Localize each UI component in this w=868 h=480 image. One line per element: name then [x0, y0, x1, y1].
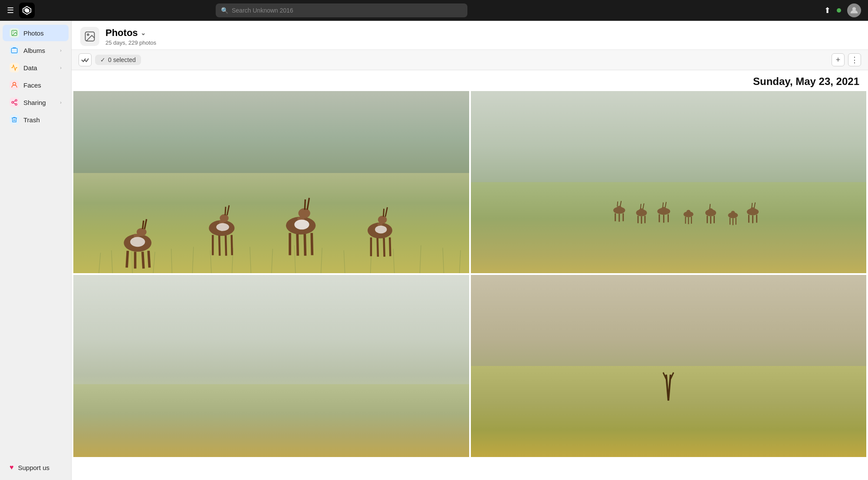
svg-line-51: [225, 207, 226, 215]
svg-point-45: [220, 214, 229, 222]
svg-line-30: [420, 245, 421, 273]
trash-icon: [10, 115, 19, 124]
content-area: Photos ⌄ 25 days, 229 photos ✓ 0 selecte…: [72, 21, 868, 480]
svg-line-78: [617, 202, 618, 206]
sidebar-item-data[interactable]: Data ›: [3, 59, 69, 76]
svg-point-50: [216, 223, 229, 231]
sidebar-label-faces: Faces: [23, 82, 41, 89]
data-icon: [10, 63, 19, 72]
content-header-icon: [80, 27, 99, 46]
add-button[interactable]: +: [832, 53, 845, 66]
svg-point-40: [130, 237, 145, 247]
selected-badge[interactable]: ✓ 0 selected: [95, 55, 141, 65]
svg-line-47: [219, 235, 220, 256]
svg-line-27: [344, 250, 345, 273]
svg-line-58: [305, 234, 305, 256]
content-subtitle: 25 days, 229 photos: [105, 39, 156, 46]
sidebar-label-albums: Albums: [23, 47, 45, 54]
sidebar: Photos Albums › Data › Faces: [0, 21, 72, 480]
svg-line-115: [752, 203, 752, 208]
svg-line-52: [227, 205, 229, 215]
sidebar-label-sharing: Sharing: [23, 99, 46, 106]
svg-line-61: [305, 199, 305, 210]
svg-line-62: [307, 198, 309, 209]
selected-count: 0 selected: [108, 56, 136, 63]
sidebar-item-sharing[interactable]: Sharing ›: [3, 94, 69, 111]
svg-line-67: [378, 238, 378, 257]
faces-icon: [10, 80, 19, 90]
svg-point-13: [87, 34, 89, 36]
albums-icon: [10, 46, 19, 55]
photo-grid-container: Sunday, May 23, 2021: [72, 70, 868, 480]
svg-line-32: [459, 250, 460, 273]
svg-line-25: [294, 245, 296, 273]
search-bar[interactable]: 🔍: [216, 3, 467, 17]
sidebar-support[interactable]: ♥ Support us: [3, 460, 69, 475]
topbar: ☰ 🔍 ⬆: [0, 0, 868, 21]
sidebar-label-photos: Photos: [23, 29, 44, 37]
sidebar-item-albums[interactable]: Albums ›: [3, 42, 69, 59]
svg-point-100: [708, 209, 713, 212]
photo-cell-3[interactable]: [73, 275, 469, 457]
sidebar-item-photos[interactable]: Photos: [3, 25, 69, 41]
svg-point-95: [686, 210, 690, 214]
photo-cell-1[interactable]: [73, 91, 469, 273]
svg-line-71: [383, 209, 384, 216]
svg-line-42: [145, 219, 147, 229]
svg-line-16: [112, 250, 113, 273]
more-options-button[interactable]: ⋮: [848, 53, 861, 66]
svg-line-24: [271, 249, 273, 273]
menu-icon[interactable]: ☰: [7, 6, 14, 15]
svg-point-7: [15, 99, 17, 101]
svg-line-79: [620, 201, 621, 206]
online-status-dot: [837, 8, 841, 13]
svg-line-10: [13, 103, 16, 104]
svg-line-48: [226, 235, 226, 256]
avatar[interactable]: [847, 3, 861, 17]
upload-icon[interactable]: ⬆: [824, 6, 831, 15]
main-layout: Photos Albums › Data › Faces: [0, 21, 868, 480]
svg-line-57: [297, 234, 298, 256]
svg-line-21: [210, 250, 212, 273]
sidebar-support-label: Support us: [18, 464, 50, 471]
search-input[interactable]: [232, 7, 462, 14]
app-logo[interactable]: [19, 3, 35, 18]
svg-line-104: [710, 204, 710, 209]
svg-line-15: [98, 253, 101, 273]
content-header: Photos ⌄ 25 days, 229 photos: [72, 21, 868, 50]
svg-point-4: [13, 32, 14, 33]
svg-point-88: [661, 207, 666, 211]
svg-point-106: [731, 211, 735, 215]
svg-line-68: [384, 238, 385, 257]
sidebar-item-faces[interactable]: Faces: [3, 77, 69, 93]
svg-line-116: [754, 202, 755, 208]
svg-line-20: [192, 247, 193, 273]
photo-grid: [72, 91, 868, 457]
svg-line-11: [13, 101, 16, 102]
svg-point-60: [294, 220, 309, 230]
svg-line-41: [143, 221, 144, 229]
svg-line-19: [171, 249, 172, 273]
svg-line-85: [640, 204, 641, 209]
checkmark-icon: ✓: [100, 56, 105, 63]
photo-cell-2[interactable]: [471, 91, 867, 273]
svg-line-86: [643, 203, 644, 209]
svg-line-26: [321, 248, 322, 273]
sharing-chevron: ›: [60, 100, 62, 105]
title-dropdown-icon[interactable]: ⌄: [141, 29, 146, 36]
svg-point-55: [298, 208, 310, 218]
data-chevron: ›: [60, 65, 62, 70]
select-all-button[interactable]: [79, 53, 92, 66]
svg-line-59: [312, 233, 312, 255]
svg-line-23: [250, 247, 251, 273]
sidebar-label-data: Data: [23, 64, 37, 72]
albums-chevron: ›: [60, 48, 62, 53]
svg-marker-1: [25, 8, 30, 13]
svg-point-35: [137, 228, 147, 236]
sidebar-item-trash[interactable]: Trash: [3, 111, 69, 128]
photo-cell-4[interactable]: [471, 275, 867, 457]
svg-point-65: [378, 216, 387, 223]
svg-point-70: [375, 225, 387, 233]
toolbar-right: + ⋮: [832, 53, 861, 66]
date-section: Sunday, May 23, 2021: [72, 70, 868, 457]
